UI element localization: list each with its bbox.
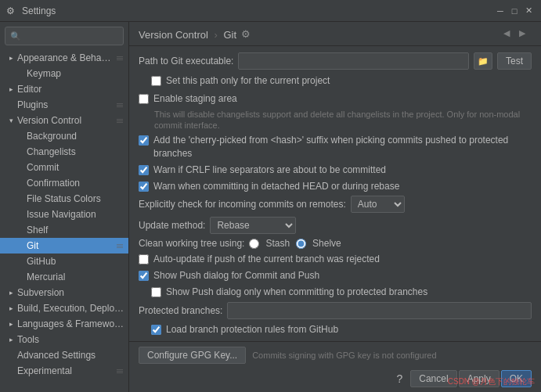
svg-rect-5 bbox=[117, 106, 123, 107]
sidebar-item-plugins[interactable]: Plugins bbox=[0, 97, 128, 113]
sidebar-item-label: GitHub bbox=[27, 256, 125, 267]
arrow-icon bbox=[16, 131, 25, 141]
arrow-icon bbox=[16, 163, 25, 172]
breadcrumb: Version Control › Git bbox=[139, 29, 236, 41]
window-title: Settings bbox=[22, 5, 494, 16]
arrow-icon bbox=[6, 53, 16, 63]
breadcrumb-parent: Version Control bbox=[139, 29, 208, 41]
sidebar-item-label: Keymap bbox=[27, 68, 125, 79]
content-panel: Version Control › Git ⚙ ◀ ▶ Path to Git … bbox=[129, 22, 541, 392]
detached-head-checkbox[interactable] bbox=[139, 182, 149, 192]
staging-area-label: Enable staging area bbox=[153, 92, 237, 106]
push-protected-checkbox[interactable] bbox=[151, 287, 161, 297]
arrow-icon bbox=[6, 116, 16, 125]
sidebar-item-issue-navigation[interactable]: Issue Navigation bbox=[0, 207, 128, 222]
sidebar-item-background[interactable]: Background bbox=[0, 128, 128, 144]
breadcrumb-current: Git bbox=[223, 29, 236, 41]
sidebar-item-label: Changelists bbox=[27, 146, 125, 157]
sidebar-item-advanced-settings[interactable]: Advanced Settings bbox=[0, 347, 128, 363]
minimize-button[interactable]: ─ bbox=[494, 5, 507, 17]
auto-update-label: Auto-update if push of the current branc… bbox=[153, 253, 380, 266]
search-box[interactable]: 🔍 bbox=[5, 27, 124, 45]
cancel-button[interactable]: Cancel bbox=[410, 370, 456, 387]
sidebar-item-mercurial[interactable]: Mercurial bbox=[0, 269, 128, 285]
current-project-checkbox[interactable] bbox=[151, 76, 161, 86]
incoming-label: Explicitly check for incoming commits on… bbox=[139, 199, 346, 210]
nav-back-button[interactable]: ◀ bbox=[503, 28, 516, 41]
sidebar-item-label: Build, Execution, Deployment bbox=[17, 303, 125, 314]
settings-icon[interactable]: ⚙ bbox=[241, 28, 254, 41]
shelve-radio[interactable] bbox=[296, 239, 306, 249]
sidebar-item-keymap[interactable]: Keymap bbox=[0, 66, 128, 81]
sidebar: 🔍 Appearance & BehaviorKeymapEditorPlugi… bbox=[0, 22, 129, 392]
incoming-select[interactable]: AutoAlwaysNever bbox=[351, 196, 405, 213]
sidebar-item-subversion[interactable]: Subversion bbox=[0, 285, 128, 300]
close-button[interactable]: ✕ bbox=[522, 5, 535, 17]
sidebar-item-file-status-colors[interactable]: File Status Colors bbox=[0, 191, 128, 207]
shelve-label: Shelve bbox=[312, 238, 341, 249]
sidebar-item-label: Editor bbox=[17, 84, 125, 95]
sidebar-item-label: Mercurial bbox=[27, 272, 125, 282]
test-button[interactable]: Test bbox=[497, 52, 532, 70]
sidebar-item-languages-frameworks[interactable]: Languages & Frameworks bbox=[0, 316, 128, 332]
push-protected-label: Show Push dialog only when committing to… bbox=[166, 286, 427, 299]
settings-icon: ⚙ bbox=[6, 5, 17, 16]
help-button[interactable]: ? bbox=[396, 372, 402, 385]
browse-button[interactable]: 📁 bbox=[474, 52, 492, 70]
update-method-select[interactable]: RebaseMergeBranch Default bbox=[210, 217, 296, 234]
configure-gpg-button[interactable]: Configure GPG Key... bbox=[139, 347, 246, 364]
sidebar-item-github[interactable]: GitHub bbox=[0, 254, 128, 269]
staging-area-checkbox[interactable] bbox=[139, 94, 149, 104]
update-method-label: Update method: bbox=[139, 220, 205, 231]
sidebar-item-label: Version Control bbox=[17, 115, 113, 126]
arrow-icon bbox=[16, 178, 25, 188]
sidebar-item-confirmation[interactable]: Confirmation bbox=[0, 175, 128, 191]
content-body: Path to Git executable: Auto-detected: D… bbox=[129, 46, 541, 341]
sidebar-item-editor[interactable]: Editor bbox=[0, 81, 128, 97]
detached-head-label: Warn when committing in detached HEAD or… bbox=[153, 180, 399, 193]
stash-radio[interactable] bbox=[249, 239, 259, 249]
sidebar-item-build-execution[interactable]: Build, Execution, Deployment bbox=[0, 300, 128, 316]
sidebar-item-commit[interactable]: Commit bbox=[0, 160, 128, 175]
cherry-pick-checkbox[interactable] bbox=[139, 135, 149, 146]
sidebar-item-label: Tools bbox=[17, 334, 125, 345]
ok-button[interactable]: OK bbox=[501, 370, 532, 387]
gpg-status: Commits signing with GPG key is not conf… bbox=[252, 351, 436, 360]
svg-rect-10 bbox=[117, 246, 123, 246]
apply-button[interactable]: Apply bbox=[459, 370, 500, 387]
sidebar-item-experimental[interactable]: Experimental bbox=[0, 363, 128, 379]
arrow-icon bbox=[6, 351, 16, 360]
sidebar-item-label: Background bbox=[27, 131, 125, 142]
sidebar-item-shelf[interactable]: Shelf bbox=[0, 222, 128, 238]
arrow-icon bbox=[6, 100, 16, 110]
clean-tree-radio-group: Stash Shelve bbox=[249, 238, 341, 249]
git-exe-input[interactable]: Auto-detected: D:\Program Files\Git\cmd\… bbox=[238, 52, 469, 70]
crlf-checkbox[interactable] bbox=[139, 165, 149, 175]
svg-rect-1 bbox=[117, 58, 123, 59]
svg-rect-14 bbox=[117, 372, 123, 373]
sidebar-item-changelists[interactable]: Changelists bbox=[0, 144, 128, 160]
protected-branches-input[interactable]: master bbox=[227, 302, 532, 319]
detached-head-row: Warn when committing in detached HEAD or… bbox=[139, 180, 532, 193]
maximize-button[interactable]: □ bbox=[508, 5, 521, 17]
current-project-row: Set this path only for the current proje… bbox=[151, 74, 532, 88]
content-footer: Configure GPG Key... Commits signing wit… bbox=[129, 341, 541, 392]
auto-update-checkbox[interactable] bbox=[139, 254, 149, 264]
sidebar-item-label: Shelf bbox=[27, 225, 125, 236]
sidebar-item-tools[interactable]: Tools bbox=[0, 332, 128, 347]
sidebar-item-git[interactable]: Git bbox=[0, 238, 128, 254]
show-push-checkbox[interactable] bbox=[139, 271, 149, 281]
sidebar-item-appearance[interactable]: Appearance & Behavior bbox=[0, 50, 128, 66]
load-rules-row: Load branch protection rules from GitHub bbox=[151, 323, 532, 336]
sidebar-item-version-control[interactable]: Version Control bbox=[0, 113, 128, 128]
staging-area-row: Enable staging area bbox=[139, 92, 532, 106]
content-header: Version Control › Git ⚙ ◀ ▶ bbox=[129, 22, 541, 46]
sidebar-item-label: File Status Colors bbox=[27, 193, 125, 204]
arrow-icon bbox=[6, 288, 16, 297]
nav-forward-button[interactable]: ▶ bbox=[519, 28, 532, 41]
path-label: Path to Git executable: bbox=[139, 56, 233, 67]
load-rules-checkbox[interactable] bbox=[151, 325, 161, 335]
push-protected-row: Show Push dialog only when committing to… bbox=[151, 286, 532, 299]
arrow-icon bbox=[16, 241, 25, 250]
search-input[interactable] bbox=[24, 31, 118, 41]
